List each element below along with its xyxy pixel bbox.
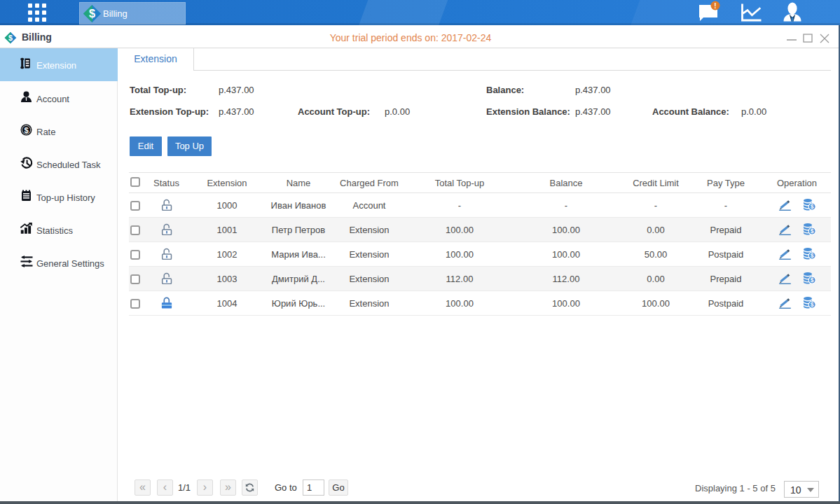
svg-text:$: $: [810, 252, 813, 259]
svg-text:!: !: [714, 2, 716, 10]
svg-text:$: $: [810, 301, 813, 308]
svg-text:$: $: [810, 227, 813, 234]
svg-text:$: $: [24, 126, 28, 134]
svg-text:$: $: [89, 7, 95, 20]
svg-text:$: $: [810, 276, 813, 284]
svg-text:$: $: [810, 203, 813, 210]
